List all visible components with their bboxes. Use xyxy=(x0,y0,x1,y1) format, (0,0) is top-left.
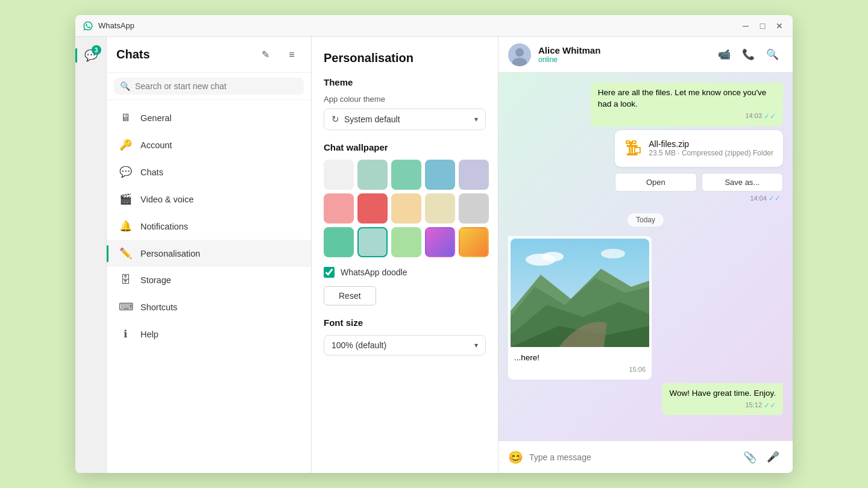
chat-header-actions: 📹 📞 🔍 xyxy=(713,44,783,66)
theme-dropdown[interactable]: ↻ System default ▾ xyxy=(324,108,486,130)
wallpaper-swatch-10[interactable] xyxy=(459,193,489,224)
settings-nav-personalisation[interactable]: ✏️ Personalisation xyxy=(107,240,311,267)
wallpaper-swatch-6[interactable] xyxy=(324,193,354,224)
message-input[interactable] xyxy=(529,452,737,462)
wallpaper-swatch-11[interactable] xyxy=(324,227,354,257)
maximize-button[interactable]: □ xyxy=(756,20,769,32)
settings-nav-help[interactable]: ℹ Help xyxy=(107,321,311,348)
chat-header: Alice Whitman online 📹 📞 🔍 xyxy=(498,37,793,73)
search-icon: 🔍 xyxy=(120,81,130,91)
doodle-label: WhatsApp doodle xyxy=(341,267,407,277)
wallpaper-section-title: Chat wallpaper xyxy=(324,142,486,152)
chats-header: Chats ✎ ≡ xyxy=(107,37,311,73)
reset-button[interactable]: Reset xyxy=(324,286,376,305)
wallpaper-swatch-7[interactable] xyxy=(357,193,388,224)
date-divider: Today xyxy=(508,213,783,227)
wallpaper-swatch-2[interactable] xyxy=(357,160,388,190)
enjoy-message-row: Wow! Have great time. Enjoy. 15:12 ✓✓ xyxy=(508,383,783,416)
video-call-button[interactable]: 📹 xyxy=(713,44,735,66)
close-button[interactable]: ✕ xyxy=(773,20,785,32)
storage-icon: 🗄 xyxy=(119,274,132,286)
contact-status: online xyxy=(538,55,706,64)
wallpaper-swatch-3[interactable] xyxy=(391,160,421,190)
doodle-checkbox-row: WhatsApp doodle xyxy=(324,267,486,278)
message-row: Here are all the files. Let me know once… xyxy=(508,83,783,127)
wallpaper-swatch-4[interactable] xyxy=(425,160,455,190)
wallpaper-swatch-8[interactable] xyxy=(391,193,421,224)
theme-dropdown-arrow-icon: ▾ xyxy=(474,115,478,124)
settings-nav-chats[interactable]: 💬 Chats xyxy=(107,158,311,186)
contact-avatar[interactable] xyxy=(508,43,531,66)
image-message-row: ...here! 15:06 xyxy=(508,236,783,380)
message-input-bar: 😊 📎 🎤 xyxy=(498,440,793,473)
doodle-checkbox[interactable] xyxy=(324,267,335,278)
settings-nav-general[interactable]: 🖥 General xyxy=(107,105,311,131)
wallpaper-swatch-13[interactable] xyxy=(391,227,421,257)
wallpaper-swatch-12[interactable] xyxy=(357,227,388,257)
general-label: General xyxy=(140,113,172,123)
voice-call-button[interactable]: 📞 xyxy=(737,44,759,66)
zip-file-icon: 🗜 xyxy=(624,139,641,158)
search-chat-button[interactable]: 🔍 xyxy=(761,44,783,66)
settings-nav-notifications[interactable]: 🔔 Notifications xyxy=(107,213,311,240)
image-caption: ...here! xyxy=(514,353,539,362)
image-bubble xyxy=(511,239,649,351)
video-voice-label: Video & voice xyxy=(140,195,193,204)
file-card: 🗜 All-files.zip 23.5 MB · Compressed (zi… xyxy=(615,130,783,167)
file-double-tick-icon: ✓✓ xyxy=(769,194,781,202)
enjoy-message-text: Wow! Have great time. Enjoy. xyxy=(669,389,776,398)
mic-button[interactable]: 🎤 xyxy=(763,447,783,468)
image-time: 15:06 xyxy=(514,365,646,374)
title-bar: WhatsApp ─ □ ✕ xyxy=(75,15,793,37)
personalisation-icon: ✏️ xyxy=(119,247,132,260)
settings-nav-video-voice[interactable]: 🎬 Video & voice xyxy=(107,186,311,213)
filter-button[interactable]: ≡ xyxy=(282,45,301,64)
save-as-button[interactable]: Save as... xyxy=(702,173,783,192)
notifications-icon: 🔔 xyxy=(119,220,132,233)
settings-nav-account[interactable]: 🔑 Account xyxy=(107,131,311,158)
svg-point-1 xyxy=(515,48,524,57)
new-chat-button[interactable]: ✎ xyxy=(256,45,275,64)
app-colour-label: App colour theme xyxy=(324,95,486,104)
wallpaper-swatch-9[interactable] xyxy=(425,193,455,224)
wallpaper-swatch-15[interactable] xyxy=(459,227,489,257)
enjoy-message-time: 15:12 ✓✓ xyxy=(669,401,776,411)
file-meta: 23.5 MB · Compressed (zipped) Folder xyxy=(649,149,773,157)
settings-nav-shortcuts[interactable]: ⌨ Shortcuts xyxy=(107,293,311,321)
font-size-dropdown[interactable]: 100% (default) ▾ xyxy=(324,335,486,355)
personalisation-panel: Personalisation Theme App colour theme ↻… xyxy=(312,37,498,473)
notifications-label: Notifications xyxy=(140,222,188,231)
contact-name: Alice Whitman xyxy=(538,45,706,55)
settings-nav-storage[interactable]: 🗄 Storage xyxy=(107,267,311,293)
theme-section-title: Theme xyxy=(324,77,486,87)
date-pill: Today xyxy=(627,213,664,227)
search-bar: 🔍 xyxy=(107,73,311,100)
mountain-image xyxy=(511,239,649,347)
font-dropdown-arrow-icon: ▾ xyxy=(474,341,478,349)
chats-panel-title: Chats xyxy=(116,48,248,61)
wallpaper-swatch-5[interactable] xyxy=(459,160,489,190)
emoji-button[interactable]: 😊 xyxy=(508,450,523,465)
enjoy-message-bubble: Wow! Have great time. Enjoy. 15:12 ✓✓ xyxy=(662,383,783,416)
minimize-button[interactable]: ─ xyxy=(740,20,752,32)
theme-value: System default xyxy=(344,114,470,124)
wallpaper-swatch-1[interactable] xyxy=(324,160,354,190)
attach-button[interactable]: 📎 xyxy=(743,451,756,464)
open-file-button[interactable]: Open xyxy=(615,173,696,192)
search-wrapper: 🔍 xyxy=(114,78,304,95)
theme-sync-icon: ↻ xyxy=(332,114,339,125)
chats-nav-icon: 💬 xyxy=(119,166,132,178)
messages-container: Here are all the files. Let me know once… xyxy=(508,83,783,415)
contact-info: Alice Whitman online xyxy=(538,45,706,64)
file-info: All-files.zip 23.5 MB · Compressed (zipp… xyxy=(649,139,773,157)
sidebar-chats-icon[interactable]: 💬 3 xyxy=(80,44,102,67)
personalisation-title: Personalisation xyxy=(324,51,486,65)
font-section-title: Font size xyxy=(324,318,486,328)
search-input[interactable] xyxy=(135,81,298,91)
file-actions: Open Save as... xyxy=(615,173,783,192)
chats-nav-label: Chats xyxy=(140,167,163,177)
wallpaper-swatch-14[interactable] xyxy=(425,227,455,257)
wallpaper-grid xyxy=(324,160,486,257)
video-voice-icon: 🎬 xyxy=(119,193,132,205)
personalisation-label: Personalisation xyxy=(140,249,200,258)
